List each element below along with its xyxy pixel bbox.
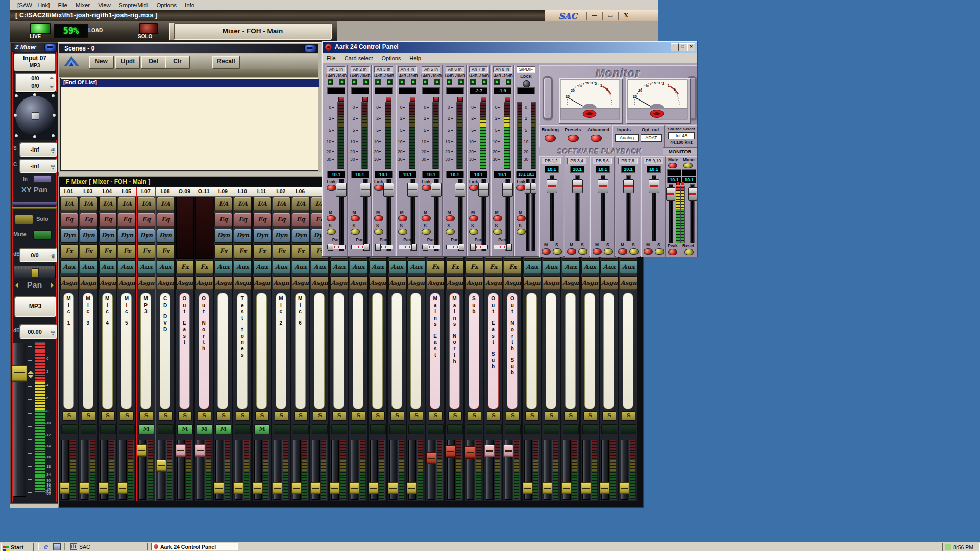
trim-led-minus10[interactable] bbox=[434, 79, 440, 85]
assign-button[interactable]: Asgn bbox=[157, 276, 175, 290]
scenes-list-item[interactable]: [End Of List] bbox=[61, 79, 319, 87]
close-button[interactable]: ✕ bbox=[687, 43, 695, 51]
channel-mute-button[interactable]: M bbox=[408, 424, 424, 434]
assign-button[interactable]: Asgn bbox=[99, 276, 117, 290]
trim-led-minus10[interactable] bbox=[458, 79, 464, 85]
aux-send-button[interactable]: Aux bbox=[330, 260, 348, 274]
trim-led-plus4[interactable] bbox=[375, 79, 381, 85]
eq-button[interactable]: Eq bbox=[137, 213, 155, 227]
assign-button[interactable]: Asgn bbox=[407, 276, 425, 290]
aux-send-button[interactable]: Aux bbox=[99, 260, 117, 274]
mute-led[interactable] bbox=[593, 248, 602, 255]
assign-button[interactable]: Asgn bbox=[581, 276, 599, 290]
solo-led[interactable] bbox=[398, 229, 407, 235]
assign-button[interactable]: Asgn bbox=[485, 276, 503, 290]
zmixer-titlebar[interactable]: Z Mixer bbox=[11, 43, 58, 52]
assign-button[interactable]: Asgn bbox=[330, 276, 348, 290]
pan-slider[interactable] bbox=[446, 245, 464, 249]
fader-handle[interactable] bbox=[530, 183, 536, 194]
menu-item-6[interactable]: Info bbox=[181, 1, 199, 9]
channel-mute-button[interactable]: M bbox=[138, 424, 154, 434]
launch-icon[interactable] bbox=[53, 543, 61, 550]
channel-solo-button[interactable]: S bbox=[178, 411, 192, 421]
channel-solo-button[interactable]: S bbox=[236, 411, 250, 421]
aux-send-button[interactable]: Aux bbox=[620, 260, 638, 274]
fx-button[interactable]: Fx bbox=[234, 244, 252, 259]
channel-solo-button[interactable]: S bbox=[622, 411, 635, 421]
eq-button[interactable]: Eq bbox=[60, 213, 78, 227]
fx-send-button[interactable]: Fx bbox=[465, 260, 483, 274]
fader-handle[interactable] bbox=[465, 446, 475, 459]
pan-slider[interactable] bbox=[399, 245, 417, 249]
scenes-clear-button[interactable]: Clr bbox=[165, 56, 190, 69]
peak-reset-button[interactable] bbox=[338, 97, 344, 102]
fx-button[interactable]: Fx bbox=[118, 244, 136, 259]
aux-send-button[interactable]: Aux bbox=[407, 260, 425, 274]
assign-button[interactable]: Asgn bbox=[600, 276, 618, 290]
channel-solo-button[interactable]: S bbox=[429, 411, 443, 421]
channel-mute-button[interactable]: M bbox=[274, 424, 289, 434]
lock-knob[interactable] bbox=[523, 80, 530, 88]
fader-handle[interactable] bbox=[455, 183, 465, 197]
fx-button[interactable]: Fx bbox=[157, 244, 175, 259]
spin-up-icon[interactable] bbox=[52, 254, 55, 257]
fader-handle[interactable] bbox=[233, 482, 243, 494]
aux-send-button[interactable]: Aux bbox=[214, 260, 232, 274]
solo-led[interactable] bbox=[351, 229, 360, 235]
channel-solo-button[interactable]: S bbox=[139, 411, 153, 421]
channel-solo-button[interactable]: S bbox=[352, 411, 365, 421]
assign-button[interactable]: Asgn bbox=[176, 276, 194, 290]
peak-reset-button[interactable] bbox=[410, 97, 415, 102]
channel-solo-button[interactable]: S bbox=[564, 411, 578, 421]
source-select-value[interactable]: Int 48 bbox=[668, 132, 695, 139]
pan-slider[interactable] bbox=[14, 266, 56, 278]
trim-led-minus10[interactable] bbox=[482, 79, 487, 85]
fader-handle[interactable] bbox=[360, 183, 371, 197]
channel-mute-button[interactable]: M bbox=[81, 424, 96, 434]
channel-mute-button[interactable]: M bbox=[293, 424, 309, 434]
pan-handle[interactable] bbox=[32, 268, 39, 278]
fader-handle[interactable] bbox=[623, 179, 634, 193]
live-button[interactable] bbox=[30, 23, 51, 34]
channel-mute-button[interactable]: M bbox=[563, 424, 579, 434]
channel-solo-button[interactable]: S bbox=[332, 411, 346, 421]
channel-solo-button[interactable]: S bbox=[198, 411, 211, 421]
assign-button[interactable]: Asgn bbox=[311, 276, 329, 290]
assign-button[interactable]: Asgn bbox=[465, 276, 483, 290]
channel-mute-button[interactable]: M bbox=[197, 424, 212, 434]
fader-handle[interactable] bbox=[688, 187, 697, 201]
gain-spinner[interactable]: 00.00dB bbox=[19, 324, 57, 339]
menu-item-2[interactable]: Mixer bbox=[71, 1, 94, 9]
inputs-value[interactable]: Analog bbox=[615, 134, 639, 142]
spin-down-icon[interactable] bbox=[50, 86, 54, 90]
solo-led[interactable] bbox=[553, 248, 562, 255]
fader-handle[interactable] bbox=[581, 482, 591, 494]
peak-led-button[interactable] bbox=[668, 249, 677, 255]
pan-slider[interactable] bbox=[351, 245, 370, 249]
peak-reset-button[interactable] bbox=[386, 97, 391, 102]
fx-button[interactable]: Fx bbox=[253, 244, 271, 259]
fader-handle[interactable] bbox=[666, 187, 675, 201]
input-assign-button[interactable]: I/A bbox=[80, 197, 97, 211]
assign-button[interactable]: Asgn bbox=[253, 276, 271, 290]
channel-solo-button[interactable]: S bbox=[545, 411, 558, 421]
channel-mute-button[interactable]: M bbox=[467, 424, 482, 434]
trim-led-minus10[interactable] bbox=[363, 79, 369, 85]
mute-led[interactable] bbox=[668, 163, 677, 168]
channel-solo-button[interactable]: S bbox=[82, 411, 95, 421]
trim-led-plus4[interactable] bbox=[399, 79, 405, 85]
mute-led[interactable] bbox=[398, 215, 407, 221]
channel-solo-button[interactable]: S bbox=[487, 411, 501, 421]
input-assign-button[interactable]: I/A bbox=[273, 197, 290, 211]
solo-led[interactable] bbox=[517, 229, 526, 235]
dynamics-button[interactable]: Dyn bbox=[137, 229, 155, 243]
fx-send-button[interactable]: Fx bbox=[446, 260, 464, 274]
assign-button[interactable]: Asgn bbox=[369, 276, 387, 290]
eq-button[interactable]: Eq bbox=[292, 213, 310, 227]
spin-up-icon[interactable] bbox=[52, 330, 55, 333]
xy-knob[interactable] bbox=[32, 112, 39, 120]
assign-button[interactable]: Asgn bbox=[273, 276, 290, 290]
solo-led[interactable] bbox=[374, 229, 383, 235]
assign-button[interactable]: Asgn bbox=[214, 276, 232, 290]
channel-mute-button[interactable]: M bbox=[582, 424, 598, 434]
